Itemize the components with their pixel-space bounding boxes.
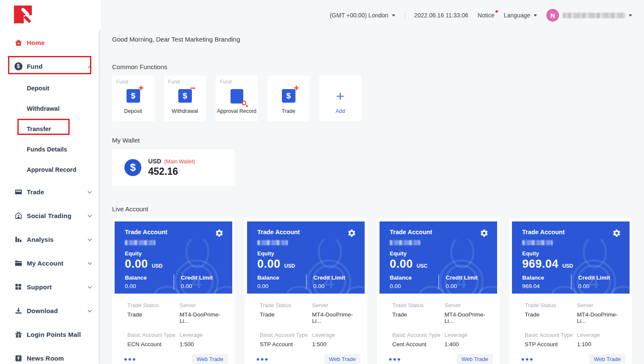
account-type-value: STP Account [525,341,577,347]
sidebar-item-news-room[interactable]: News Room [0,346,101,364]
account-card-title: Trade Account [522,229,565,235]
gear-icon[interactable] [215,229,224,238]
sidebar-item-transfer[interactable]: Transfer [0,119,101,139]
leverage-label: Leverage [444,332,493,338]
balance-divider [306,274,307,289]
web-trade-button[interactable]: Web Trade [589,354,625,364]
server-label: Server [312,302,360,308]
sidebar-subitem-label: Funds Details [27,146,67,153]
chevron-down-icon [392,14,395,17]
sidebar-item-label: Support [27,283,52,291]
balance-divider [439,274,439,289]
function-card-withdrawal[interactable]: Fund $− Withdrawal [164,76,206,121]
more-actions-icon[interactable]: ••• [389,357,402,361]
topbar: (GMT +00:00) London 2022.06.16 11:33:06 … [102,0,644,31]
sidebar-item-download[interactable]: Download [0,299,101,322]
timezone-selector[interactable]: (GMT +00:00) London [330,12,395,19]
leverage-value: 1:500 [312,341,360,347]
trade-account-card: 4 Trade Account Equity 0.00 USD [112,218,235,364]
gear-icon[interactable] [612,229,621,238]
web-trade-button[interactable]: Web Trade [192,354,228,364]
language-selector[interactable]: Language [504,12,537,19]
sidebar-item-trade[interactable]: Trade [0,180,101,204]
sidebar-item-deposit[interactable]: Deposit [0,78,101,98]
sidebar-item-funds-details[interactable]: Funds Details [0,139,101,160]
function-label: Deposit [112,108,154,114]
common-functions-row: Fund $+ Deposit Fund $− Withdrawal Fund [112,76,632,121]
server-value: MT4-DooPrime-Li... [444,311,493,324]
sidebar-scrollbar[interactable] [99,30,101,364]
wallet-dollar-icon: $ [124,159,141,176]
web-trade-button[interactable]: Web Trade [457,354,493,364]
balance-value: 0.00 [390,283,439,289]
doo-prime-logo-icon[interactable] [14,6,32,23]
equity-value: 0.00 [390,258,413,271]
main-content: (GMT +00:00) London 2022.06.16 11:33:06 … [102,0,644,364]
sidebar-item-analysis[interactable]: Analysis [0,227,101,251]
leverage-value: 1:400 [444,341,493,347]
sidebar-item-label: News Room [27,355,64,362]
more-actions-icon[interactable]: ••• [256,357,269,361]
sidebar-item-label: Download [27,307,58,314]
account-type-label: Basic Account Type [260,332,312,338]
account-type-label: Basic Account Type [525,332,577,338]
sidebar-item-support[interactable]: Support [0,275,101,299]
sidebar-item-label: Home [27,39,45,46]
topbar-divider [405,12,405,19]
server-value: MT4-DooPrime-Li... [312,311,360,324]
sidebar-item-approval-record[interactable]: Approval Record [0,160,101,180]
sidebar-item-login-points-mall[interactable]: Login Points Mall [0,322,101,346]
sidebar-item-my-account[interactable]: My Account [0,251,101,275]
balance-label: Balance [390,274,439,281]
analysis-icon [14,235,22,244]
user-menu[interactable]: N [546,9,632,22]
notice-dot-badge [495,10,498,13]
balance-label: Balance [522,274,571,281]
credit-limit-value: 0.00 [446,283,495,289]
sidebar-item-social-trading[interactable]: Social Trading [0,204,101,227]
sidebar-subitem-label: Withdrawal [27,105,59,112]
function-category: Fund [220,79,231,85]
notice-button[interactable]: Notice [478,12,495,19]
gear-icon[interactable] [347,229,356,238]
sidebar-item-label: Social Trading [27,212,71,219]
gear-icon[interactable] [480,229,489,238]
gift-icon [14,330,22,339]
fund-icon: $ [14,62,22,70]
chevron-down-icon [87,307,92,314]
sidebar-item-fund[interactable]: $ Fund [0,54,101,78]
chevron-down-icon [87,283,92,291]
wallet-card[interactable]: $ USD (Main Wallet) 452.16 [112,149,234,186]
equity-value: 0.00 [257,258,281,271]
sidebar-item-home[interactable]: Home [0,31,101,54]
balance-divider [571,274,571,289]
function-label: Add [319,108,361,114]
wallet-currency: USD [148,158,161,165]
function-card-add[interactable]: + Add [319,76,361,121]
sidebar-item-withdrawal[interactable]: Withdrawal [0,98,101,119]
credit-limit-value: 0.00 [578,283,627,289]
equity-value: 0.00 [125,258,148,271]
function-label: Trade [267,108,309,114]
server-label: Server [180,302,228,308]
more-actions-icon[interactable]: ••• [124,357,137,361]
server-label: Server [444,302,493,308]
avatar: N [546,9,559,22]
function-card-trade[interactable]: $+ Trade [267,76,309,121]
web-trade-button[interactable]: Web Trade [324,354,360,364]
page-body: Good Morning, Dear Test Marketing Brandi… [102,36,644,364]
function-card-approval-record[interactable]: Fund Approval Record [216,76,258,121]
leverage-label: Leverage [180,332,228,338]
trade-status-value: Trade [392,311,444,318]
chevron-down-icon [87,259,92,267]
sidebar-item-label: Login Points Mall [27,331,81,338]
withdrawal-icon: $− [178,89,192,103]
more-actions-icon[interactable]: ••• [521,357,534,361]
account-card-title: Trade Account [125,229,167,235]
account-panel: 4 Trade Account Equity 969.04 USD [512,221,630,294]
common-functions-title: Common Functions [112,63,632,70]
trade-account-card: 4 Trade Account Equity 0.00 USC [377,218,500,364]
chevron-down-icon [534,14,537,17]
greeting-text: Good Morning, Dear Test Marketing Brandi… [112,36,632,43]
function-card-deposit[interactable]: Fund $+ Deposit [112,76,154,121]
